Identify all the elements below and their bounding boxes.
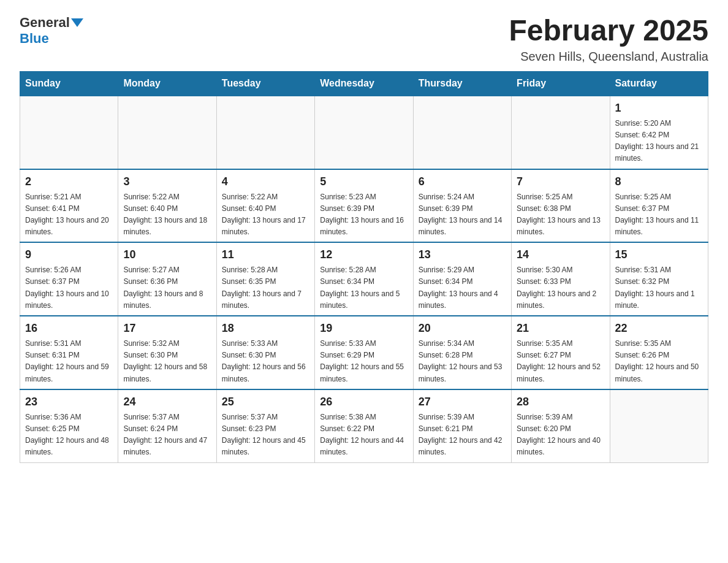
logo-blue-text: Blue [20, 31, 49, 46]
calendar-cell-2-2: 3Sunrise: 5:22 AMSunset: 6:40 PMDaylight… [118, 169, 216, 243]
day-number: 17 [123, 320, 211, 337]
calendar-cell-5-5: 27Sunrise: 5:39 AMSunset: 6:21 PMDayligh… [413, 389, 511, 462]
day-info: Sunrise: 5:38 AMSunset: 6:22 PMDaylight:… [320, 412, 408, 459]
day-number: 12 [320, 247, 408, 263]
calendar-cell-1-2 [118, 96, 216, 169]
calendar-cell-1-6 [512, 96, 610, 169]
day-number: 7 [517, 174, 604, 190]
calendar-cell-3-1: 9Sunrise: 5:26 AMSunset: 6:37 PMDaylight… [20, 242, 118, 316]
calendar-header-friday: Friday [512, 71, 610, 96]
calendar-cell-5-4: 26Sunrise: 5:38 AMSunset: 6:22 PMDayligh… [315, 389, 413, 462]
calendar-week-row-4: 16Sunrise: 5:31 AMSunset: 6:31 PMDayligh… [20, 316, 708, 389]
calendar-cell-1-3 [216, 96, 314, 169]
day-info: Sunrise: 5:30 AMSunset: 6:33 PMDaylight:… [517, 264, 604, 312]
day-info: Sunrise: 5:26 AMSunset: 6:37 PMDaylight:… [25, 264, 113, 312]
day-info: Sunrise: 5:29 AMSunset: 6:34 PMDaylight:… [419, 264, 506, 312]
calendar-cell-2-4: 5Sunrise: 5:23 AMSunset: 6:39 PMDaylight… [315, 169, 413, 243]
day-number: 24 [123, 394, 211, 410]
day-number: 25 [222, 394, 309, 410]
calendar-cell-5-3: 25Sunrise: 5:37 AMSunset: 6:23 PMDayligh… [216, 389, 314, 462]
day-number: 22 [615, 320, 703, 337]
calendar-cell-3-6: 14Sunrise: 5:30 AMSunset: 6:33 PMDayligh… [512, 242, 610, 316]
calendar-cell-4-4: 19Sunrise: 5:33 AMSunset: 6:29 PMDayligh… [315, 316, 413, 389]
day-info: Sunrise: 5:27 AMSunset: 6:36 PMDaylight:… [123, 264, 211, 312]
day-number: 15 [615, 247, 703, 263]
calendar-header-wednesday: Wednesday [315, 71, 413, 96]
day-info: Sunrise: 5:22 AMSunset: 6:40 PMDaylight:… [222, 191, 309, 239]
logo-general-text: General [20, 15, 70, 31]
day-info: Sunrise: 5:23 AMSunset: 6:39 PMDaylight:… [320, 191, 408, 239]
day-info: Sunrise: 5:39 AMSunset: 6:21 PMDaylight:… [419, 412, 506, 459]
day-info: Sunrise: 5:25 AMSunset: 6:37 PMDaylight:… [615, 191, 703, 239]
calendar-cell-3-7: 15Sunrise: 5:31 AMSunset: 6:32 PMDayligh… [610, 242, 708, 316]
day-number: 1 [615, 100, 703, 117]
day-number: 27 [419, 394, 506, 410]
day-info: Sunrise: 5:35 AMSunset: 6:26 PMDaylight:… [615, 338, 703, 385]
day-info: Sunrise: 5:20 AMSunset: 6:42 PMDaylight:… [615, 118, 703, 165]
day-info: Sunrise: 5:37 AMSunset: 6:24 PMDaylight:… [123, 412, 211, 459]
day-number: 8 [615, 174, 703, 190]
calendar-cell-2-5: 6Sunrise: 5:24 AMSunset: 6:39 PMDaylight… [413, 169, 511, 243]
day-info: Sunrise: 5:39 AMSunset: 6:20 PMDaylight:… [517, 412, 604, 459]
calendar-week-row-3: 9Sunrise: 5:26 AMSunset: 6:37 PMDaylight… [20, 242, 708, 316]
day-info: Sunrise: 5:22 AMSunset: 6:40 PMDaylight:… [123, 191, 211, 239]
day-number: 4 [222, 174, 309, 190]
day-number: 23 [25, 394, 113, 410]
day-number: 6 [419, 174, 506, 190]
day-info: Sunrise: 5:36 AMSunset: 6:25 PMDaylight:… [25, 412, 113, 459]
day-number: 18 [222, 320, 309, 337]
day-info: Sunrise: 5:21 AMSunset: 6:41 PMDaylight:… [25, 191, 113, 239]
day-number: 19 [320, 320, 408, 337]
calendar-week-row-5: 23Sunrise: 5:36 AMSunset: 6:25 PMDayligh… [20, 389, 708, 462]
calendar-cell-1-4 [315, 96, 413, 169]
day-number: 21 [517, 320, 604, 337]
calendar-cell-2-6: 7Sunrise: 5:25 AMSunset: 6:38 PMDaylight… [512, 169, 610, 243]
calendar-cell-4-1: 16Sunrise: 5:31 AMSunset: 6:31 PMDayligh… [20, 316, 118, 389]
day-number: 11 [222, 247, 309, 263]
calendar-week-row-2: 2Sunrise: 5:21 AMSunset: 6:41 PMDaylight… [20, 169, 708, 243]
day-number: 26 [320, 394, 408, 410]
calendar-header-row: SundayMondayTuesdayWednesdayThursdayFrid… [20, 71, 708, 96]
page-header: General Blue February 2025 Seven Hills, … [20, 15, 708, 64]
calendar-week-row-1: 1Sunrise: 5:20 AMSunset: 6:42 PMDaylight… [20, 96, 708, 169]
calendar-cell-4-2: 17Sunrise: 5:32 AMSunset: 6:30 PMDayligh… [118, 316, 216, 389]
day-number: 14 [517, 247, 604, 263]
calendar-header-thursday: Thursday [413, 71, 511, 96]
calendar-cell-3-2: 10Sunrise: 5:27 AMSunset: 6:36 PMDayligh… [118, 242, 216, 316]
day-number: 20 [419, 320, 506, 337]
day-info: Sunrise: 5:33 AMSunset: 6:29 PMDaylight:… [320, 338, 408, 385]
calendar-cell-3-3: 11Sunrise: 5:28 AMSunset: 6:35 PMDayligh… [216, 242, 314, 316]
calendar-cell-4-3: 18Sunrise: 5:33 AMSunset: 6:30 PMDayligh… [216, 316, 314, 389]
title-section: February 2025 Seven Hills, Queensland, A… [509, 15, 708, 64]
calendar-header-monday: Monday [118, 71, 216, 96]
day-info: Sunrise: 5:32 AMSunset: 6:30 PMDaylight:… [123, 338, 211, 385]
day-info: Sunrise: 5:33 AMSunset: 6:30 PMDaylight:… [222, 338, 309, 385]
calendar-cell-4-7: 22Sunrise: 5:35 AMSunset: 6:26 PMDayligh… [610, 316, 708, 389]
day-number: 9 [25, 247, 113, 263]
logo-arrow-icon [71, 18, 83, 27]
calendar-cell-1-5 [413, 96, 511, 169]
calendar-cell-2-1: 2Sunrise: 5:21 AMSunset: 6:41 PMDaylight… [20, 169, 118, 243]
calendar-cell-2-7: 8Sunrise: 5:25 AMSunset: 6:37 PMDaylight… [610, 169, 708, 243]
calendar-header-saturday: Saturday [610, 71, 708, 96]
day-info: Sunrise: 5:34 AMSunset: 6:28 PMDaylight:… [419, 338, 506, 385]
day-number: 3 [123, 174, 211, 190]
day-info: Sunrise: 5:35 AMSunset: 6:27 PMDaylight:… [517, 338, 604, 385]
day-info: Sunrise: 5:37 AMSunset: 6:23 PMDaylight:… [222, 412, 309, 459]
day-number: 13 [419, 247, 506, 263]
day-number: 5 [320, 174, 408, 190]
day-info: Sunrise: 5:25 AMSunset: 6:38 PMDaylight:… [517, 191, 604, 239]
logo: General Blue [20, 15, 85, 47]
day-number: 28 [517, 394, 604, 410]
calendar-header-sunday: Sunday [20, 71, 118, 96]
day-number: 10 [123, 247, 211, 263]
day-info: Sunrise: 5:28 AMSunset: 6:34 PMDaylight:… [320, 264, 408, 312]
calendar-cell-2-3: 4Sunrise: 5:22 AMSunset: 6:40 PMDaylight… [216, 169, 314, 243]
calendar-cell-3-4: 12Sunrise: 5:28 AMSunset: 6:34 PMDayligh… [315, 242, 413, 316]
subtitle: Seven Hills, Queensland, Australia [509, 50, 708, 64]
main-title: February 2025 [509, 15, 708, 47]
calendar-header-tuesday: Tuesday [216, 71, 314, 96]
calendar-cell-3-5: 13Sunrise: 5:29 AMSunset: 6:34 PMDayligh… [413, 242, 511, 316]
calendar-cell-4-6: 21Sunrise: 5:35 AMSunset: 6:27 PMDayligh… [512, 316, 610, 389]
calendar-cell-1-1 [20, 96, 118, 169]
